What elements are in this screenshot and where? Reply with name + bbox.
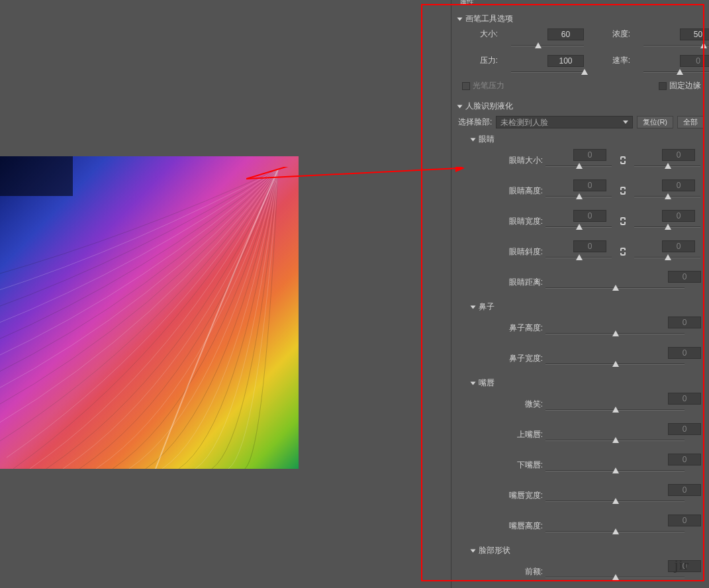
- face-shape-header[interactable]: 脸部形状: [471, 545, 704, 556]
- eye-tilt-right-value[interactable]: 0: [662, 240, 695, 252]
- pin-edges-checkbox[interactable]: [659, 82, 667, 90]
- size-label: 大小:: [458, 28, 498, 40]
- brush-options-header[interactable]: 画笔工具选项: [458, 13, 704, 24]
- triangle-icon: [471, 381, 476, 385]
- eye-size-left-slider[interactable]: [545, 162, 612, 172]
- mouth-height-label: 嘴唇高度:: [500, 520, 545, 532]
- eye-distance-slider[interactable]: [545, 284, 685, 293]
- nose-title: 鼻子: [479, 301, 495, 313]
- eye-width-right-slider[interactable]: [634, 223, 700, 232]
- panel-title: 属性: [451, 0, 709, 7]
- smile-slider[interactable]: [545, 406, 685, 415]
- all-button[interactable]: 全部: [677, 116, 704, 128]
- eye-width-left-value[interactable]: 0: [573, 210, 606, 222]
- select-face-value: 未检测到人脸: [500, 118, 548, 127]
- eye-height-left-value[interactable]: 0: [573, 179, 606, 191]
- brush-options-section: 画笔工具选项 大小: 60 浓度: 50 压力: 100 速率: 0: [451, 7, 709, 94]
- link-icon[interactable]: [618, 155, 628, 166]
- eye-height-label: 眼睛高度:: [500, 185, 545, 197]
- nose-height-label: 鼻子高度:: [500, 322, 545, 334]
- eye-distance-label: 眼睛距离:: [500, 277, 545, 288]
- lower-lip-value[interactable]: 0: [668, 454, 701, 466]
- link-icon[interactable]: [618, 185, 628, 196]
- nose-header[interactable]: 鼻子: [471, 301, 704, 313]
- nose-width-value[interactable]: 0: [668, 347, 701, 359]
- eye-width-label: 眼睛宽度:: [500, 216, 545, 227]
- link-icon[interactable]: [618, 246, 628, 257]
- mouth-title: 嘴唇: [479, 377, 495, 389]
- size-slider[interactable]: [511, 42, 584, 51]
- face-liquify-section: 人脸识别液化 选择脸部: 未检测到人脸 复位(R) 全部 眼睛 眼睛大小: 0: [451, 94, 709, 588]
- properties-panel: 属性 画笔工具选项 大小: 60 浓度: 50 压力: 100 速率:: [451, 0, 709, 588]
- mouth-header[interactable]: 嘴唇: [471, 377, 704, 389]
- svg-rect-1: [0, 156, 299, 469]
- pressure-value[interactable]: 100: [547, 55, 584, 67]
- lower-lip-label: 下嘴唇:: [500, 460, 545, 471]
- eyes-title: 眼睛: [479, 134, 495, 145]
- rate-value: 0: [680, 55, 709, 67]
- svg-rect-2: [0, 156, 73, 196]
- eye-distance-value[interactable]: 0: [668, 271, 701, 283]
- rate-label: 速率:: [591, 55, 630, 66]
- eye-tilt-label: 眼睛斜度:: [500, 246, 545, 258]
- reset-button[interactable]: 复位(R): [637, 116, 673, 128]
- eye-height-right-slider[interactable]: [634, 193, 700, 202]
- forehead-slider[interactable]: [545, 573, 685, 583]
- eye-size-label: 眼睛大小:: [500, 155, 545, 166]
- upper-lip-label: 上嘴唇:: [500, 429, 545, 440]
- triangle-icon: [457, 105, 463, 108]
- upper-lip-slider[interactable]: [545, 436, 685, 446]
- eye-height-left-slider[interactable]: [545, 193, 612, 202]
- density-value[interactable]: 50: [680, 28, 709, 40]
- eye-width-right-value[interactable]: 0: [662, 210, 695, 222]
- eyes-header[interactable]: 眼睛: [471, 134, 704, 145]
- eye-tilt-left-value[interactable]: 0: [573, 240, 606, 252]
- forehead-label: 前额:: [500, 566, 545, 577]
- link-icon[interactable]: [618, 216, 628, 226]
- smile-label: 微笑:: [500, 399, 545, 410]
- triangle-icon: [471, 138, 476, 141]
- nose-width-label: 鼻子宽度:: [500, 353, 545, 364]
- mouth-height-value[interactable]: 0: [668, 514, 701, 526]
- face-liquify-title: 人脸识别液化: [465, 101, 513, 112]
- select-face-label: 选择脸部:: [458, 117, 492, 128]
- mouth-height-slider[interactable]: [545, 528, 685, 537]
- triangle-icon: [471, 549, 476, 552]
- eye-size-left-value[interactable]: 0: [573, 149, 606, 161]
- smile-value[interactable]: 0: [668, 393, 701, 405]
- nose-height-value[interactable]: 0: [668, 317, 701, 328]
- nose-width-slider[interactable]: [545, 360, 685, 369]
- size-value[interactable]: 60: [547, 28, 584, 40]
- nose-height-slider[interactable]: [545, 330, 685, 339]
- face-shape-title: 脸部形状: [479, 545, 510, 556]
- upper-lip-value[interactable]: 0: [668, 423, 701, 435]
- eye-tilt-left-slider[interactable]: [545, 254, 612, 263]
- lower-lip-slider[interactable]: [545, 467, 685, 476]
- brush-options-title: 画笔工具选项: [465, 13, 513, 24]
- eye-width-left-slider[interactable]: [545, 223, 612, 232]
- pin-edges-label: 固定边缘: [669, 80, 701, 91]
- select-face-dropdown[interactable]: 未检测到人脸: [496, 116, 632, 128]
- density-label: 浓度:: [591, 28, 630, 40]
- density-slider[interactable]: [643, 42, 709, 51]
- eye-tilt-right-slider[interactable]: [634, 254, 700, 263]
- eye-size-right-slider[interactable]: [634, 162, 700, 172]
- pressure-slider[interactable]: [511, 68, 584, 77]
- mouth-width-label: 嘴唇宽度:: [500, 490, 545, 501]
- pressure-label: 压力:: [458, 55, 498, 66]
- stylus-pressure-label: 光笔压力: [473, 80, 504, 91]
- triangle-icon: [457, 17, 463, 21]
- forehead-value[interactable]: 0: [668, 560, 701, 572]
- eye-size-right-value[interactable]: 0: [662, 149, 695, 161]
- stylus-pressure-checkbox[interactable]: [462, 82, 470, 90]
- face-liquify-header[interactable]: 人脸识别液化: [458, 101, 704, 112]
- mouth-width-slider[interactable]: [545, 497, 685, 507]
- mouth-width-value[interactable]: 0: [668, 484, 701, 496]
- triangle-icon: [471, 305, 476, 309]
- canvas-image: [0, 156, 299, 469]
- rate-slider: [643, 68, 709, 77]
- eye-height-right-value[interactable]: 0: [662, 179, 695, 191]
